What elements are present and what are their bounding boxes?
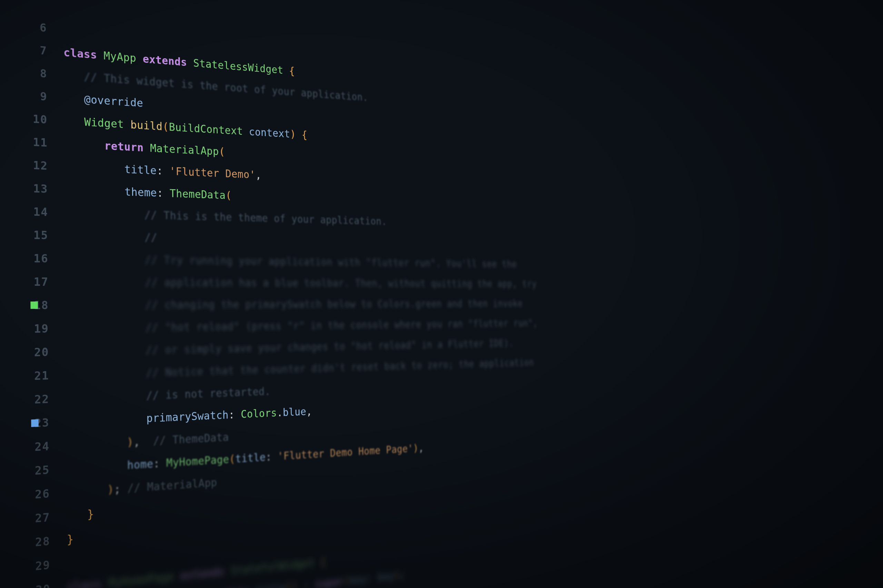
line-number: 30 xyxy=(36,582,51,588)
code-token: // application has a blue toolbar. Then,… xyxy=(145,271,537,294)
line-number: 15 xyxy=(33,228,48,242)
line-number: 17 xyxy=(34,275,49,288)
code-token: , xyxy=(418,437,424,458)
gutter-marker xyxy=(31,419,38,427)
code-token: ) xyxy=(290,123,296,145)
gutter-row: 23 xyxy=(0,410,66,437)
gutter-row: 16 xyxy=(0,246,65,270)
code-token: , xyxy=(134,430,147,453)
code-token: : xyxy=(266,445,278,468)
code-token: blue xyxy=(283,400,306,423)
code-token: ; xyxy=(399,564,405,586)
code-token: theme xyxy=(125,180,157,204)
code-token: ) xyxy=(394,565,400,586)
code-token: MaterialApp xyxy=(150,137,220,162)
line-number: 27 xyxy=(35,510,50,525)
line-number: 24 xyxy=(35,440,50,454)
code-token: context xyxy=(249,121,290,144)
code-token: . xyxy=(250,579,256,588)
code-token: extends xyxy=(143,48,193,74)
code-token: , xyxy=(306,400,312,422)
code-token: : xyxy=(297,573,315,588)
code-token: MyApp xyxy=(104,44,143,70)
code-token: Colors xyxy=(241,402,277,425)
code-token: class xyxy=(63,40,104,66)
line-number: 29 xyxy=(35,558,50,573)
gutter-row: 11 xyxy=(0,129,64,155)
gutter-row: 9 xyxy=(0,82,64,109)
code-token: } xyxy=(87,502,94,526)
code-token: key xyxy=(349,568,367,588)
code-token: @override xyxy=(84,88,143,114)
line-number: 7 xyxy=(40,44,47,57)
gutter-row: 25 xyxy=(0,457,66,485)
code-token: ( xyxy=(226,184,232,207)
code-token: : xyxy=(366,567,378,588)
code-editor[interactable]: 6789101112131415161718192021222324252627… xyxy=(0,0,883,588)
gutter-row: 22 xyxy=(0,387,66,413)
code-token: ) xyxy=(127,430,134,454)
line-number: 10 xyxy=(33,112,48,126)
line-number: 20 xyxy=(34,345,49,359)
code-token: { xyxy=(320,550,326,573)
line-number: 28 xyxy=(35,534,50,549)
gutter-row: 10 xyxy=(0,105,64,132)
code-token: ( xyxy=(219,141,225,163)
code-token: : xyxy=(228,403,241,426)
line-number: 26 xyxy=(35,487,50,501)
code-token: } xyxy=(67,527,74,552)
code-token: : xyxy=(153,452,166,475)
line-number: 8 xyxy=(40,66,48,80)
line-number: 16 xyxy=(33,252,48,265)
gutter-row: 8 xyxy=(0,58,64,86)
line-number: 13 xyxy=(33,182,48,195)
code-area[interactable]: class MyApp extends StatelessWidget { //… xyxy=(63,15,683,580)
code-token: { xyxy=(289,60,295,81)
code-token: // xyxy=(144,226,158,249)
line-number-gutter: 6789101112131415161718192021222324252627… xyxy=(0,9,67,587)
code-token: ( xyxy=(229,448,236,470)
code-token: // changing the primarySwatch below to C… xyxy=(145,293,523,316)
gutter-row: 24 xyxy=(0,434,66,461)
line-number: 19 xyxy=(34,322,49,335)
line-number: 21 xyxy=(34,369,49,382)
code-token: Widget xyxy=(84,111,131,136)
line-number: 25 xyxy=(35,463,50,477)
code-token: , xyxy=(212,582,225,588)
gutter-row: 19 xyxy=(0,317,66,341)
code-token: build xyxy=(130,113,163,138)
code-token: ( xyxy=(343,570,350,588)
gutter-row: 20 xyxy=(0,340,66,364)
gutter-row: 15 xyxy=(0,222,65,247)
code-token: title xyxy=(235,446,266,470)
line-number: 12 xyxy=(33,159,48,172)
gutter-row: 17 xyxy=(0,270,65,294)
code-token: . xyxy=(277,402,283,424)
code-token: , xyxy=(255,164,262,186)
line-number: 6 xyxy=(40,21,47,34)
line-number: 22 xyxy=(35,392,50,406)
code-token: ) xyxy=(413,438,419,459)
code-token: ) xyxy=(107,477,114,501)
code-token: ( xyxy=(162,116,169,138)
code-token: title xyxy=(124,158,156,182)
gutter-row: 12 xyxy=(0,152,65,178)
line-number: 9 xyxy=(40,90,48,104)
gutter-row: 14 xyxy=(0,199,65,224)
code-token: ) xyxy=(292,575,298,588)
code-token: MyHomePage xyxy=(166,448,229,474)
gutter-row: 13 xyxy=(0,176,65,201)
code-token: key xyxy=(378,565,394,588)
code-token: { xyxy=(296,124,307,146)
code-token: : xyxy=(157,182,170,204)
line-number: 11 xyxy=(33,135,48,150)
code-token: home xyxy=(127,452,153,477)
code-token: super xyxy=(315,570,344,588)
gutter-marker xyxy=(30,302,38,309)
gutter-row: 21 xyxy=(0,363,66,389)
code-token: } xyxy=(285,576,292,588)
code-token: ThemeData xyxy=(170,182,226,206)
code-token: 'Flutter Demo' xyxy=(169,160,256,185)
line-number: 14 xyxy=(33,205,48,219)
code-token: return xyxy=(104,134,150,159)
